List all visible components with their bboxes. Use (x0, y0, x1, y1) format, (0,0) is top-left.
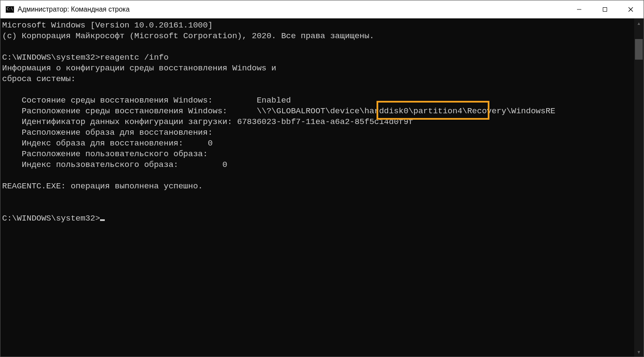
title-bar[interactable]: C:\ Администратор: Командная строка (0, 0, 644, 18)
maximize-icon (602, 7, 608, 12)
output-line: Расположение образа для восстановления: (2, 128, 213, 137)
output-line: (c) Корпорация Майкрософт (Microsoft Cor… (2, 31, 374, 41)
scroll-thumb[interactable] (635, 39, 643, 60)
svg-rect-1 (603, 7, 607, 11)
close-button[interactable] (618, 0, 644, 18)
minimize-button[interactable] (566, 0, 592, 18)
window-controls (566, 0, 644, 18)
output-line: Индекс пользовательского образа: 0 (2, 160, 228, 169)
output-value: \\?\GLOBALROOT\device (257, 106, 359, 116)
terminal-area: Microsoft Windows [Version 10.0.20161.10… (0, 18, 644, 357)
cmd-icon: C:\ (6, 6, 14, 13)
output-line: Идентификатор данных конфигурации загруз… (2, 117, 413, 127)
command-text: reagentc /info (100, 53, 169, 62)
terminal-output[interactable]: Microsoft Windows [Version 10.0.20161.10… (0, 18, 634, 357)
output-line: Информация о конфигурации среды восстано… (2, 64, 276, 73)
vertical-scrollbar[interactable]: ▲ ▼ (634, 18, 644, 357)
cursor (100, 219, 105, 221)
output-line: REAGENTC.EXE: операция выполнена успешно… (2, 182, 203, 191)
window-title: Администратор: Командная строка (18, 6, 566, 13)
prompt-path: C:\WINDOWS\system32> (2, 53, 100, 62)
output-line: Расположение пользовательского образа: (2, 149, 208, 159)
prompt-path: C:\WINDOWS\system32> (2, 214, 100, 223)
maximize-button[interactable] (592, 0, 618, 18)
output-line: Microsoft Windows [Version 10.0.20161.10… (2, 21, 213, 30)
command-prompt-window: C:\ Администратор: Командная строка Micr… (0, 0, 644, 357)
scroll-down-arrow[interactable]: ▼ (634, 347, 644, 357)
close-icon (628, 7, 633, 12)
output-line: Индекс образа для восстановления: 0 (2, 139, 213, 148)
highlighted-path: \harddisk0\partition4\ (359, 106, 467, 116)
output-line: сброса системы: (2, 74, 76, 84)
output-value: Recovery\WindowsRE (467, 106, 555, 116)
minimize-icon (577, 7, 582, 12)
scroll-up-arrow[interactable]: ▲ (634, 18, 644, 28)
output-line: Расположение среды восстановления Window… (2, 106, 257, 116)
output-value: Enabled (257, 96, 291, 105)
output-line: Состояние среды восстановления Windows: (2, 96, 257, 105)
